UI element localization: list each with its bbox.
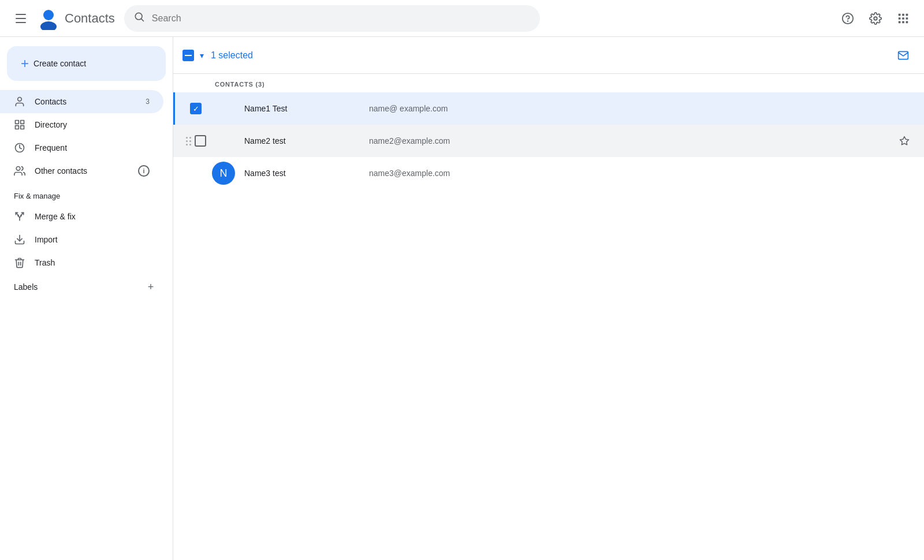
svg-rect-7 xyxy=(899,13,901,16)
trash-icon xyxy=(14,257,25,268)
search-bar xyxy=(124,5,540,32)
svg-rect-15 xyxy=(906,21,908,23)
merge-nav-label: Merge & fix xyxy=(35,212,150,221)
other-contacts-info-icon[interactable]: i xyxy=(138,165,150,177)
import-nav-label: Import xyxy=(35,235,150,244)
unchecked-icon xyxy=(195,135,206,147)
sidebar-item-merge[interactable]: Merge & fix xyxy=(0,205,163,228)
svg-rect-13 xyxy=(899,21,901,23)
content-header: ▾ 1 selected xyxy=(173,37,924,74)
contacts-list: CONTACTS (3) ✓ Name1 Test name@ example.… xyxy=(173,74,924,189)
top-right-actions xyxy=(836,7,915,30)
help-button[interactable] xyxy=(836,7,859,30)
send-email-button[interactable] xyxy=(892,44,915,67)
svg-rect-11 xyxy=(902,17,904,20)
svg-rect-14 xyxy=(902,21,904,23)
labels-title: Labels xyxy=(14,282,38,292)
contact-1-info: Name1 Test name@ example.com xyxy=(244,104,915,113)
svg-point-6 xyxy=(874,17,877,20)
svg-point-0 xyxy=(43,10,54,20)
search-icon xyxy=(133,11,145,25)
add-label-button[interactable]: + xyxy=(143,279,159,295)
contact-2-star-button[interactable] xyxy=(894,130,915,151)
frequent-icon xyxy=(14,142,25,154)
contact-1-email: name@ example.com xyxy=(369,104,448,113)
create-contact-button[interactable]: + Create contact xyxy=(7,46,166,81)
sidebar-item-other-contacts[interactable]: Other contacts i xyxy=(0,159,163,182)
contacts-count: 3 xyxy=(146,98,150,106)
svg-rect-10 xyxy=(899,17,901,20)
svg-rect-18 xyxy=(21,121,24,124)
avatar-letter: N xyxy=(220,167,228,180)
import-icon xyxy=(14,234,25,245)
contact-3-info: Name3 test name3@example.com xyxy=(244,169,915,178)
sidebar: + Create contact Contacts 3 xyxy=(0,37,173,560)
contact-2-checkbox[interactable] xyxy=(184,129,207,152)
directory-nav-label: Directory xyxy=(35,120,150,129)
svg-rect-12 xyxy=(906,17,908,20)
search-input[interactable] xyxy=(152,13,531,24)
contact-3-name: Name3 test xyxy=(244,169,360,178)
frequent-nav-label: Frequent xyxy=(35,143,150,152)
menu-button[interactable] xyxy=(9,7,32,30)
contact-2-email: name2@example.com xyxy=(369,136,450,145)
contacts-icon xyxy=(14,96,25,107)
contact-1-avatar xyxy=(212,97,235,120)
sidebar-item-directory[interactable]: Directory xyxy=(0,113,163,136)
apps-button[interactable] xyxy=(892,7,915,30)
contact-3-email: name3@example.com xyxy=(369,169,450,178)
other-contacts-icon xyxy=(14,165,25,177)
svg-rect-20 xyxy=(21,126,24,129)
selected-count-label: 1 selected xyxy=(211,50,253,61)
table-row[interactable]: Name2 test name2@example.com xyxy=(173,125,924,157)
fix-manage-section-header: Fix & manage xyxy=(0,182,173,205)
contact-2-name: Name2 test xyxy=(244,136,360,145)
svg-rect-9 xyxy=(906,13,908,16)
plus-icon: + xyxy=(21,55,29,72)
sidebar-item-import[interactable]: Import xyxy=(0,228,163,251)
app-logo: Contacts xyxy=(37,7,115,30)
checkmark-icon: ✓ xyxy=(193,105,199,113)
trash-nav-label: Trash xyxy=(35,258,150,267)
selection-dropdown[interactable]: ▾ xyxy=(200,51,204,60)
sidebar-item-contacts[interactable]: Contacts 3 xyxy=(0,90,163,113)
svg-rect-19 xyxy=(16,126,19,129)
create-contact-label: Create contact xyxy=(33,59,86,68)
svg-rect-8 xyxy=(902,13,904,16)
contacts-section-label: CONTACTS (3) xyxy=(173,74,924,92)
contact-2-avatar xyxy=(212,129,235,152)
svg-point-2 xyxy=(135,13,142,20)
contact-1-name: Name1 Test xyxy=(244,104,360,113)
svg-point-5 xyxy=(848,21,848,21)
header-action-buttons xyxy=(892,44,915,67)
labels-section: Labels + xyxy=(0,274,173,300)
table-row[interactable]: ✓ Name1 Test name@ example.com xyxy=(173,92,924,125)
minus-icon xyxy=(185,55,192,56)
checked-icon: ✓ xyxy=(190,103,202,114)
contacts-content: ▾ 1 selected CONTACTS (3) xyxy=(173,37,924,560)
sidebar-item-frequent[interactable]: Frequent xyxy=(0,136,163,159)
svg-marker-24 xyxy=(900,137,909,145)
contacts-nav-label: Contacts xyxy=(35,97,136,106)
table-row[interactable]: N Name3 test name3@example.com xyxy=(173,157,924,189)
svg-rect-17 xyxy=(16,121,19,124)
select-all-checkbox[interactable] xyxy=(182,50,194,61)
svg-point-16 xyxy=(18,98,22,102)
svg-line-3 xyxy=(141,19,144,21)
contact-1-checkbox[interactable]: ✓ xyxy=(184,97,207,120)
contact-3-avatar: N xyxy=(212,162,235,185)
app-title: Contacts xyxy=(65,11,115,26)
contact-2-info: Name2 test name2@example.com xyxy=(244,136,894,145)
directory-icon xyxy=(14,119,25,130)
merge-icon xyxy=(14,211,25,222)
settings-button[interactable] xyxy=(864,7,887,30)
sidebar-item-trash[interactable]: Trash xyxy=(0,251,163,274)
contact-3-checkbox[interactable] xyxy=(184,162,207,185)
svg-point-22 xyxy=(16,167,20,171)
contact-2-actions xyxy=(894,130,915,151)
svg-point-1 xyxy=(40,21,57,30)
other-contacts-nav-label: Other contacts xyxy=(35,166,129,176)
